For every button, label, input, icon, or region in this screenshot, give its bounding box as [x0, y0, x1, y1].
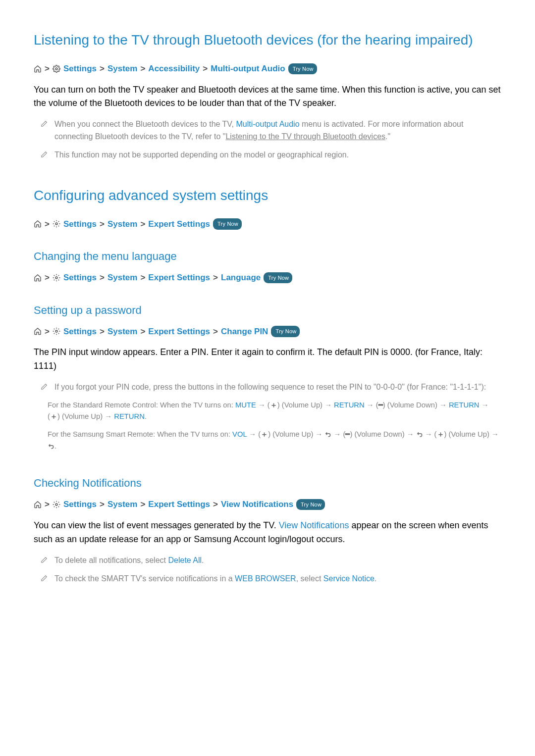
pencil-icon	[41, 573, 48, 585]
breadcrumb-link[interactable]: Change PIN	[221, 325, 268, 338]
subsection-title: Checking Notifications	[34, 475, 501, 491]
chevron-icon: >	[45, 325, 50, 338]
breadcrumb-link[interactable]: Expert Settings	[148, 325, 210, 338]
home-icon[interactable]	[34, 65, 42, 73]
breadcrumb-link[interactable]: Language	[221, 271, 261, 284]
breadcrumb: > Settings > System > Accessibility > Mu…	[34, 62, 501, 75]
home-icon[interactable]	[34, 220, 42, 228]
breadcrumb-link[interactable]: Expert Settings	[148, 271, 210, 284]
chevron-icon: >	[45, 218, 50, 231]
chevron-icon: >	[100, 498, 105, 511]
try-now-badge[interactable]: Try Now	[271, 326, 300, 337]
chevron-icon: >	[213, 498, 218, 511]
svg-point-1	[55, 223, 57, 225]
chevron-icon: >	[203, 62, 208, 75]
body-text: The PIN input window appears. Enter a PI…	[34, 346, 501, 373]
back-icon	[324, 430, 331, 438]
note-item: This function may not be supported depen…	[34, 149, 501, 161]
svg-point-2	[55, 277, 57, 279]
back-icon	[48, 442, 54, 450]
note-text: When you connect the Bluetooth devices t…	[54, 118, 501, 143]
breadcrumb: > Settings > System > Expert Settings > …	[34, 271, 501, 284]
section-language: Changing the menu language > Settings > …	[34, 248, 501, 284]
plus-icon: ＋	[437, 430, 444, 438]
back-icon	[416, 430, 423, 438]
plus-icon: ＋	[50, 412, 57, 420]
minus-icon: ━	[378, 401, 383, 409]
plus-icon: ＋	[270, 401, 277, 409]
breadcrumb-link[interactable]: System	[107, 218, 137, 231]
breadcrumb-link[interactable]: System	[107, 498, 137, 511]
key-mute: MUTE	[235, 401, 256, 409]
try-now-badge[interactable]: Try Now	[288, 63, 317, 75]
chevron-icon: >	[45, 62, 50, 75]
breadcrumb-link[interactable]: Multi-output Audio	[211, 62, 285, 75]
breadcrumb: > Settings > System > Expert Settings > …	[34, 325, 501, 338]
home-icon[interactable]	[34, 327, 42, 335]
try-now-badge[interactable]: Try Now	[213, 218, 242, 230]
section-advanced: Configuring advanced system settings > S…	[34, 185, 501, 231]
breadcrumb-link[interactable]: Settings	[63, 271, 97, 284]
breadcrumb-link[interactable]: Accessibility	[148, 62, 200, 75]
try-now-badge[interactable]: Try Now	[264, 272, 292, 284]
inline-link[interactable]: Multi-output Audio	[236, 120, 299, 128]
subsection-title: Setting up a password	[34, 302, 501, 318]
breadcrumb: > Settings > System > Expert Settings Tr…	[34, 218, 501, 231]
breadcrumb-link[interactable]: System	[107, 62, 137, 75]
pencil-icon	[41, 554, 48, 567]
section-title: Configuring advanced system settings	[34, 185, 501, 206]
breadcrumb-link[interactable]: Settings	[63, 218, 97, 231]
svg-point-0	[55, 68, 57, 70]
gear-icon[interactable]	[53, 274, 60, 282]
note-text: To check the SMART TV's service notifica…	[54, 573, 376, 585]
key-vol: VOL	[232, 430, 247, 438]
sequence-standard: For the Standard Remote Control: When th…	[48, 400, 501, 423]
key-return: RETURN	[114, 412, 145, 420]
home-icon[interactable]	[34, 274, 42, 282]
chevron-icon: >	[140, 62, 145, 75]
note-item: When you connect the Bluetooth devices t…	[34, 118, 501, 143]
chevron-icon: >	[100, 271, 105, 284]
note-item: To check the SMART TV's service notifica…	[34, 573, 501, 585]
inline-link[interactable]: Listening to the TV through Bluetooth de…	[225, 132, 385, 141]
chevron-icon: >	[213, 271, 218, 284]
section-password: Setting up a password > Settings > Syste…	[34, 302, 501, 453]
gear-icon[interactable]	[53, 220, 60, 228]
inline-link[interactable]: Service Notice	[323, 574, 374, 583]
section-bluetooth: Listening to the TV through Bluetooth de…	[34, 30, 501, 161]
chevron-icon: >	[213, 325, 218, 338]
body-text: You can view the list of event messages …	[34, 519, 501, 547]
breadcrumb-link[interactable]: Settings	[63, 62, 97, 75]
chevron-icon: >	[140, 271, 145, 284]
inline-link[interactable]: Delete All	[168, 556, 202, 564]
sequence-smart: For the Samsung Smart Remote: When the T…	[48, 429, 501, 452]
note-item: If you forgot your PIN code, press the b…	[34, 381, 501, 394]
chevron-icon: >	[100, 62, 105, 75]
home-icon[interactable]	[34, 501, 42, 508]
note-text: This function may not be supported depen…	[54, 149, 349, 161]
subsection-title: Changing the menu language	[34, 248, 501, 264]
breadcrumb-link[interactable]: Settings	[63, 325, 97, 338]
inline-link[interactable]: WEB BROWSER	[235, 574, 296, 583]
breadcrumb-link[interactable]: System	[107, 271, 137, 284]
key-return: RETURN	[449, 401, 480, 409]
chevron-icon: >	[140, 325, 145, 338]
plus-icon: ＋	[261, 430, 268, 438]
breadcrumb-link[interactable]: System	[107, 325, 137, 338]
breadcrumb-link[interactable]: Expert Settings	[148, 498, 210, 511]
gear-icon[interactable]	[53, 327, 60, 335]
chevron-icon: >	[45, 498, 50, 511]
try-now-badge[interactable]: Try Now	[296, 499, 325, 510]
gear-icon[interactable]	[53, 65, 60, 73]
section-notifications: Checking Notifications > Settings > Syst…	[34, 475, 501, 585]
inline-link[interactable]: View Notifications	[279, 520, 349, 530]
gear-icon[interactable]	[53, 501, 60, 508]
breadcrumb-link[interactable]: Settings	[63, 498, 97, 511]
breadcrumb-link[interactable]: View Notifications	[221, 498, 293, 511]
note-item: To delete all notifications, select Dele…	[34, 554, 501, 567]
breadcrumb-link[interactable]: Expert Settings	[148, 218, 210, 231]
svg-point-3	[55, 330, 57, 332]
chevron-icon: >	[100, 218, 105, 231]
chevron-icon: >	[100, 325, 105, 338]
chevron-icon: >	[140, 498, 145, 511]
